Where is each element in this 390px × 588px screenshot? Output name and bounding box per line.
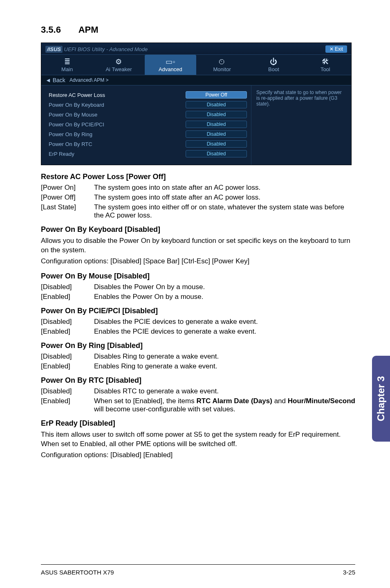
option-desc: Enables Ring to generate a wake event. — [94, 362, 355, 370]
tab-label: Boot — [268, 66, 279, 72]
option-key: [Disabled] — [41, 387, 94, 395]
heading-erp: ErP Ready [Disabled] — [41, 419, 355, 428]
option-key: [Enabled] — [41, 362, 94, 370]
bios-tab-tool[interactable]: 🛠 Tool — [300, 55, 351, 75]
chip-icon: ▭◦ — [145, 58, 196, 65]
option-row: [Disabled] Disables the Power On by a mo… — [41, 283, 355, 291]
option-desc: Disables RTC to generate a wake event. — [94, 387, 355, 395]
bios-row-erp[interactable]: ErP Ready Disabled — [49, 150, 247, 157]
option-desc: The system goes into either off or on st… — [94, 203, 355, 220]
section-number: 3.5.6 — [41, 25, 61, 35]
bios-tab-ai-tweaker[interactable]: ⚙ Ai Tweaker — [93, 55, 144, 75]
row-value[interactable]: Disabled — [186, 150, 247, 157]
option-key: [Disabled] — [41, 318, 94, 326]
bios-title: /ISUS UEFI BIOS Utility - Advanced Mode — [45, 46, 148, 52]
option-key: [Power On] — [41, 184, 94, 192]
tab-label: Main — [61, 66, 73, 72]
bios-tab-main[interactable]: ≣ Main — [41, 55, 93, 75]
rtc-bold-2: Hour/Minute/Second — [288, 397, 355, 405]
bios-row-mouse[interactable]: Power On By Mouse Disabled — [49, 111, 247, 118]
tab-label: Tool — [321, 66, 330, 72]
heading-pcie: Power On By PCIE/PCI [Disabled] — [41, 307, 355, 315]
bios-row-restore-ac[interactable]: Restore AC Power Loss Power Off — [49, 91, 247, 99]
tab-label: Monitor — [213, 66, 231, 72]
power-icon: ⏻ — [248, 58, 299, 65]
option-row-enabled: [Enabled] When set to [Enabled], the ite… — [41, 397, 355, 413]
page-footer: ASUS SABERTOOTH X79 3-25 — [41, 564, 355, 576]
footer-left: ASUS SABERTOOTH X79 — [41, 569, 114, 576]
row-value[interactable]: Disabled — [186, 121, 247, 128]
row-value[interactable]: Disabled — [186, 130, 247, 138]
option-row: [Enabled] Enables the PCIE devices to ge… — [41, 328, 355, 336]
tab-label: Ai Tweaker — [105, 66, 132, 72]
option-row: [Disabled] Disables Ring to generate a w… — [41, 352, 355, 361]
rtc-enabled-mid: and — [272, 397, 288, 405]
bios-exit-button[interactable]: ✕ Exit — [325, 45, 347, 53]
desc-erp-1: This item allows user to switch off some… — [41, 430, 355, 449]
bios-row-rtc[interactable]: Power On By RTC Disabled — [49, 140, 247, 148]
tool-icon: 🛠 — [300, 58, 351, 65]
chapter-label: Chapter 3 — [375, 376, 387, 422]
breadcrumb-path: Advanced\ APM > — [69, 77, 109, 83]
row-value[interactable]: Disabled — [186, 101, 247, 108]
options-rtc: [Disabled] Disables RTC to generate a wa… — [41, 387, 355, 413]
row-value[interactable]: Power Off — [186, 91, 247, 99]
bios-row-ring[interactable]: Power On By Ring Disabled — [49, 130, 247, 138]
bios-option-list: Restore AC Power Loss Power Off Power On… — [41, 85, 251, 165]
back-label: Back — [53, 77, 65, 83]
row-label: Restore AC Power Loss — [49, 92, 105, 98]
row-label: Power On By RTC — [49, 141, 92, 147]
bios-tab-advanced[interactable]: ▭◦ Advanced — [145, 55, 196, 75]
option-row: [Enabled] Enables Ring to generate a wak… — [41, 362, 355, 370]
exit-label: Exit — [335, 46, 343, 52]
option-desc: Enables the PCIE devices to generate a w… — [94, 328, 355, 336]
option-row: [Power Off] The system goes into off sta… — [41, 193, 355, 202]
option-key: [Disabled] — [41, 283, 94, 291]
bios-row-pcie[interactable]: Power On By PCIE/PCI Disabled — [49, 121, 247, 128]
rtc-bold-1: RTC Alarm Date (Days) — [196, 397, 272, 405]
row-value[interactable]: Disabled — [186, 111, 247, 118]
section-title: APM — [78, 25, 99, 35]
bios-tab-row: ≣ Main ⚙ Ai Tweaker ▭◦ Advanced ⏲ Monito… — [41, 55, 351, 75]
option-key: [Enabled] — [41, 328, 94, 336]
rtc-enabled-pre: When set to [Enabled], the items — [94, 397, 196, 405]
option-key: [Enabled] — [41, 397, 94, 413]
option-desc: The system goes into on state after an A… — [94, 184, 355, 192]
options-mouse: [Disabled] Disables the Power On by a mo… — [41, 283, 355, 301]
footer-right: 3-25 — [343, 569, 355, 576]
option-row: [Disabled] Disables RTC to generate a wa… — [41, 387, 355, 395]
option-desc: The system goes into off state after an … — [94, 193, 355, 202]
option-row: [Last State] The system goes into either… — [41, 203, 355, 220]
chapter-side-tab: Chapter 3 — [372, 356, 390, 442]
bios-breadcrumb: ◄ Back Advanced\ APM > — [41, 75, 351, 85]
bios-brand: /ISUS — [45, 46, 63, 53]
heading-restore-ac: Restore AC Power Loss [Power Off] — [41, 173, 355, 181]
options-restore-ac: [Power On] The system goes into on state… — [41, 184, 355, 220]
row-label: ErP Ready — [49, 151, 74, 157]
options-ring: [Disabled] Disables Ring to generate a w… — [41, 352, 355, 370]
row-label: Power On By Keyboard — [49, 102, 104, 108]
options-pcie: [Disabled] Disables the PCIE devices to … — [41, 318, 355, 336]
bios-tab-boot[interactable]: ⏻ Boot — [248, 55, 299, 75]
option-key: [Enabled] — [41, 293, 94, 301]
section-header: 3.5.6 APM — [41, 25, 355, 35]
bios-title-text: UEFI BIOS Utility - Advanced Mode — [64, 46, 148, 52]
bios-titlebar: /ISUS UEFI BIOS Utility - Advanced Mode … — [41, 43, 351, 55]
row-label: Power On By Ring — [49, 131, 92, 137]
back-button[interactable]: ◄ Back — [45, 77, 65, 83]
tab-label: Advanced — [159, 66, 182, 72]
desc-keyboard-2: Configuration options: [Disabled] [Space… — [41, 257, 355, 266]
heading-rtc: Power On By RTC [Disabled] — [41, 376, 355, 385]
desc-erp-2: Configuration options: [Disabled] [Enabl… — [41, 451, 355, 460]
bios-row-keyboard[interactable]: Power On By Keyboard Disabled — [49, 101, 247, 108]
row-label: Power On By Mouse — [49, 112, 97, 118]
list-icon: ≣ — [41, 58, 93, 65]
option-desc: Disables Ring to generate a wake event. — [94, 352, 355, 361]
bios-tab-monitor[interactable]: ⏲ Monitor — [196, 55, 248, 75]
option-key: [Power Off] — [41, 193, 94, 202]
option-key: [Disabled] — [41, 352, 94, 361]
gear-icon: ⚙ — [93, 58, 144, 65]
row-value[interactable]: Disabled — [186, 140, 247, 148]
option-key: [Last State] — [41, 203, 94, 220]
option-desc: Enables the Power On by a mouse. — [94, 293, 355, 301]
